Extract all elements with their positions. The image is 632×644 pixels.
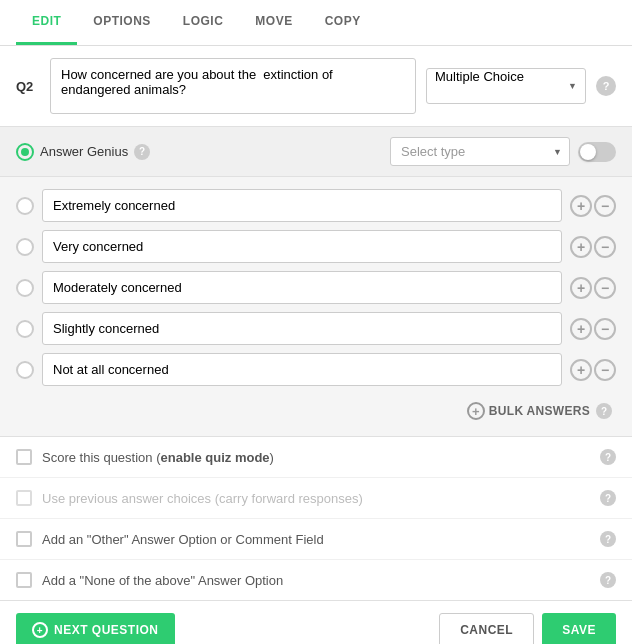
answer-radio-1[interactable] [16, 238, 34, 256]
tab-logic[interactable]: LOGIC [167, 0, 240, 45]
option-row-0: Score this question (enable quiz mode) ? [0, 437, 632, 478]
answer-controls-3: + − [570, 318, 616, 340]
option-checkbox-2[interactable] [16, 531, 32, 547]
remove-answer-btn-3[interactable]: − [594, 318, 616, 340]
option-label-2: Add an "Other" Answer Option or Comment … [42, 532, 590, 547]
toggle-knob [580, 144, 596, 160]
answer-input-1[interactable] [42, 230, 562, 263]
remove-answer-btn-2[interactable]: − [594, 277, 616, 299]
answer-radio-0[interactable] [16, 197, 34, 215]
answer-genius-toggle[interactable] [578, 142, 616, 162]
answer-row-0: + − [16, 189, 616, 222]
cancel-button[interactable]: CANCEL [439, 613, 534, 644]
answer-input-4[interactable] [42, 353, 562, 386]
option-checkbox-1[interactable] [16, 490, 32, 506]
question-type-dropdown[interactable]: Multiple Choice [426, 68, 586, 104]
add-answer-btn-1[interactable]: + [570, 236, 592, 258]
answer-row-3: + − [16, 312, 616, 345]
next-question-label: NEXT QUESTION [54, 623, 159, 637]
answers-section: + − + − + − + − + − [0, 177, 632, 436]
question-text-input[interactable]: How concerned are you about the extincti… [50, 58, 416, 114]
remove-answer-btn-4[interactable]: − [594, 359, 616, 381]
option-label-3: Add a "None of the above" Answer Option [42, 573, 590, 588]
answer-input-2[interactable] [42, 271, 562, 304]
next-question-button[interactable]: + NEXT QUESTION [16, 613, 175, 644]
answer-genius-icon [16, 143, 34, 161]
add-answer-btn-4[interactable]: + [570, 359, 592, 381]
question-help-icon[interactable]: ? [596, 76, 616, 96]
next-question-icon: + [32, 622, 48, 638]
option-help-2[interactable]: ? [600, 531, 616, 547]
answer-input-0[interactable] [42, 189, 562, 222]
genius-type-dropdown-wrap: Select type [390, 137, 570, 166]
genius-select-wrap: Select type [390, 137, 616, 166]
add-answer-btn-2[interactable]: + [570, 277, 592, 299]
option-help-3[interactable]: ? [600, 572, 616, 588]
option-label-bold-0: enable quiz mode [161, 450, 270, 465]
bulk-answers-help-icon[interactable]: ? [596, 403, 612, 419]
option-checkbox-0[interactable] [16, 449, 32, 465]
answer-controls-4: + − [570, 359, 616, 381]
answer-radio-3[interactable] [16, 320, 34, 338]
option-checkbox-3[interactable] [16, 572, 32, 588]
tab-options[interactable]: OPTIONS [77, 0, 167, 45]
answer-controls-0: + − [570, 195, 616, 217]
answer-controls-1: + − [570, 236, 616, 258]
footer-right: CANCEL SAVE [439, 613, 616, 644]
option-label-1: Use previous answer choices (carry forwa… [42, 491, 590, 506]
add-answer-btn-0[interactable]: + [570, 195, 592, 217]
add-answer-btn-3[interactable]: + [570, 318, 592, 340]
options-section: Score this question (enable quiz mode) ?… [0, 436, 632, 600]
tab-edit[interactable]: EDIT [16, 0, 77, 45]
remove-answer-btn-1[interactable]: − [594, 236, 616, 258]
option-row-2: Add an "Other" Answer Option or Comment … [0, 519, 632, 560]
question-number: Q2 [16, 79, 40, 94]
answer-input-3[interactable] [42, 312, 562, 345]
answer-genius-row: Answer Genius ? Select type [0, 126, 632, 177]
genius-type-select[interactable]: Select type [390, 137, 570, 166]
option-help-0[interactable]: ? [600, 449, 616, 465]
answer-row-4: + − [16, 353, 616, 386]
answer-genius-text: Answer Genius [40, 144, 128, 159]
remove-answer-btn-0[interactable]: − [594, 195, 616, 217]
option-row-1: Use previous answer choices (carry forwa… [0, 478, 632, 519]
answer-row-2: + − [16, 271, 616, 304]
question-row: Q2 How concerned are you about the extin… [0, 46, 632, 126]
bulk-answers-row: + BULK ANSWERS ? [16, 394, 616, 424]
answer-radio-4[interactable] [16, 361, 34, 379]
option-help-1[interactable]: ? [600, 490, 616, 506]
option-label-0: Score this question (enable quiz mode) [42, 450, 590, 465]
option-row-3: Add a "None of the above" Answer Option … [0, 560, 632, 600]
answer-radio-2[interactable] [16, 279, 34, 297]
bulk-answers-button[interactable]: + BULK ANSWERS [467, 402, 590, 420]
footer: + NEXT QUESTION CANCEL SAVE [0, 600, 632, 644]
bulk-answers-icon: + [467, 402, 485, 420]
bulk-answers-label: BULK ANSWERS [489, 404, 590, 418]
save-button[interactable]: SAVE [542, 613, 616, 644]
answer-controls-2: + − [570, 277, 616, 299]
answer-genius-label: Answer Genius ? [16, 143, 150, 161]
tab-copy[interactable]: COPY [309, 0, 377, 45]
question-type-select[interactable]: Multiple Choice [435, 69, 575, 84]
answer-genius-help-icon[interactable]: ? [134, 144, 150, 160]
tabs-bar: EDIT OPTIONS LOGIC MOVE COPY [0, 0, 632, 46]
tab-move[interactable]: MOVE [239, 0, 308, 45]
answer-row-1: + − [16, 230, 616, 263]
